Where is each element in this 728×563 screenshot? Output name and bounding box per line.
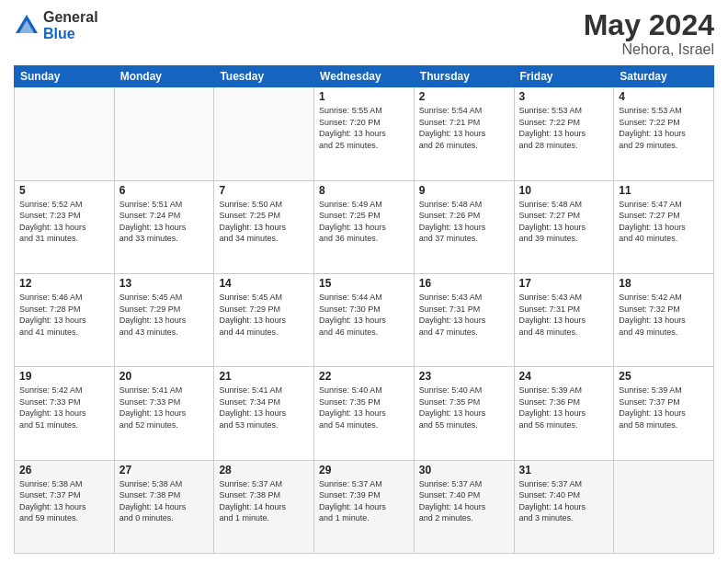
calendar-cell: 5Sunrise: 5:52 AMSunset: 7:23 PMDaylight…	[15, 180, 115, 273]
day-info: Sunrise: 5:37 AMSunset: 7:40 PMDaylight:…	[519, 478, 609, 524]
day-info: Sunrise: 5:54 AMSunset: 7:21 PMDaylight:…	[419, 105, 509, 151]
day-number: 25	[619, 370, 709, 383]
logo: General Blue	[14, 9, 98, 41]
day-info: Sunrise: 5:46 AMSunset: 7:28 PMDaylight:…	[19, 292, 109, 338]
day-info: Sunrise: 5:45 AMSunset: 7:29 PMDaylight:…	[219, 292, 309, 338]
day-number: 28	[219, 464, 309, 477]
day-number: 1	[319, 90, 409, 103]
calendar-cell	[214, 87, 314, 180]
day-number: 18	[619, 277, 709, 290]
day-number: 24	[519, 370, 609, 383]
day-info: Sunrise: 5:55 AMSunset: 7:20 PMDaylight:…	[319, 105, 409, 151]
calendar-cell: 17Sunrise: 5:43 AMSunset: 7:31 PMDayligh…	[514, 273, 614, 366]
month-title: May 2024	[584, 9, 714, 41]
day-info: Sunrise: 5:39 AMSunset: 7:37 PMDaylight:…	[619, 385, 709, 431]
calendar-cell: 22Sunrise: 5:40 AMSunset: 7:35 PMDayligh…	[314, 367, 415, 460]
calendar-cell: 11Sunrise: 5:47 AMSunset: 7:27 PMDayligh…	[614, 180, 714, 273]
day-number: 29	[319, 464, 409, 477]
day-info: Sunrise: 5:40 AMSunset: 7:35 PMDaylight:…	[319, 385, 409, 431]
day-number: 27	[119, 464, 210, 477]
calendar-week-row-3: 12Sunrise: 5:46 AMSunset: 7:28 PMDayligh…	[15, 273, 714, 366]
page: General Blue May 2024 Nehora, Israel Sun…	[0, 0, 728, 563]
day-number: 3	[519, 90, 609, 103]
day-number: 19	[19, 370, 109, 383]
day-info: Sunrise: 5:50 AMSunset: 7:25 PMDaylight:…	[219, 199, 309, 245]
calendar-cell	[15, 87, 115, 180]
day-number: 20	[119, 370, 210, 383]
calendar-cell	[614, 460, 714, 553]
calendar-cell: 25Sunrise: 5:39 AMSunset: 7:37 PMDayligh…	[614, 367, 714, 460]
calendar-cell: 21Sunrise: 5:41 AMSunset: 7:34 PMDayligh…	[214, 367, 314, 460]
day-number: 12	[19, 277, 109, 290]
day-info: Sunrise: 5:53 AMSunset: 7:22 PMDaylight:…	[619, 105, 709, 151]
calendar-cell: 20Sunrise: 5:41 AMSunset: 7:33 PMDayligh…	[114, 367, 214, 460]
day-number: 13	[119, 277, 210, 290]
day-info: Sunrise: 5:38 AMSunset: 7:38 PMDaylight:…	[119, 478, 210, 524]
calendar-cell: 30Sunrise: 5:37 AMSunset: 7:40 PMDayligh…	[414, 460, 514, 553]
day-info: Sunrise: 5:43 AMSunset: 7:31 PMDaylight:…	[419, 292, 509, 338]
location: Nehora, Israel	[584, 41, 714, 58]
calendar-cell: 31Sunrise: 5:37 AMSunset: 7:40 PMDayligh…	[514, 460, 614, 553]
calendar-cell: 28Sunrise: 5:37 AMSunset: 7:38 PMDayligh…	[214, 460, 314, 553]
header: General Blue May 2024 Nehora, Israel	[14, 9, 714, 58]
col-tuesday: Tuesday	[214, 66, 314, 87]
day-info: Sunrise: 5:38 AMSunset: 7:37 PMDaylight:…	[19, 478, 109, 524]
calendar-week-row-1: 1Sunrise: 5:55 AMSunset: 7:20 PMDaylight…	[15, 87, 714, 180]
col-saturday: Saturday	[614, 66, 714, 87]
day-number: 31	[519, 464, 609, 477]
day-info: Sunrise: 5:37 AMSunset: 7:40 PMDaylight:…	[419, 478, 509, 524]
day-number: 14	[219, 277, 309, 290]
calendar-cell: 24Sunrise: 5:39 AMSunset: 7:36 PMDayligh…	[514, 367, 614, 460]
calendar-cell: 13Sunrise: 5:45 AMSunset: 7:29 PMDayligh…	[114, 273, 214, 366]
day-info: Sunrise: 5:43 AMSunset: 7:31 PMDaylight:…	[519, 292, 609, 338]
day-info: Sunrise: 5:45 AMSunset: 7:29 PMDaylight:…	[119, 292, 210, 338]
title-block: May 2024 Nehora, Israel	[584, 9, 714, 58]
day-number: 23	[419, 370, 509, 383]
calendar-cell: 15Sunrise: 5:44 AMSunset: 7:30 PMDayligh…	[314, 273, 415, 366]
day-number: 11	[619, 184, 709, 197]
day-number: 6	[119, 184, 210, 197]
calendar-cell: 2Sunrise: 5:54 AMSunset: 7:21 PMDaylight…	[414, 87, 514, 180]
day-info: Sunrise: 5:44 AMSunset: 7:30 PMDaylight:…	[319, 292, 409, 338]
day-info: Sunrise: 5:48 AMSunset: 7:26 PMDaylight:…	[419, 199, 509, 245]
calendar-cell: 3Sunrise: 5:53 AMSunset: 7:22 PMDaylight…	[514, 87, 614, 180]
logo-blue-text: Blue	[43, 26, 98, 42]
calendar-cell: 8Sunrise: 5:49 AMSunset: 7:25 PMDaylight…	[314, 180, 415, 273]
day-info: Sunrise: 5:37 AMSunset: 7:39 PMDaylight:…	[319, 478, 409, 524]
calendar-cell: 1Sunrise: 5:55 AMSunset: 7:20 PMDaylight…	[314, 87, 415, 180]
calendar-cell: 6Sunrise: 5:51 AMSunset: 7:24 PMDaylight…	[114, 180, 214, 273]
day-info: Sunrise: 5:52 AMSunset: 7:23 PMDaylight:…	[19, 199, 109, 245]
calendar-cell: 16Sunrise: 5:43 AMSunset: 7:31 PMDayligh…	[414, 273, 514, 366]
day-info: Sunrise: 5:49 AMSunset: 7:25 PMDaylight:…	[319, 199, 409, 245]
day-number: 16	[419, 277, 509, 290]
calendar-week-row-5: 26Sunrise: 5:38 AMSunset: 7:37 PMDayligh…	[15, 460, 714, 553]
calendar-cell: 7Sunrise: 5:50 AMSunset: 7:25 PMDaylight…	[214, 180, 314, 273]
day-info: Sunrise: 5:47 AMSunset: 7:27 PMDaylight:…	[619, 199, 709, 245]
day-number: 5	[19, 184, 109, 197]
col-wednesday: Wednesday	[314, 66, 415, 87]
calendar-header-row: Sunday Monday Tuesday Wednesday Thursday…	[15, 66, 714, 87]
day-number: 8	[319, 184, 409, 197]
col-friday: Friday	[514, 66, 614, 87]
day-info: Sunrise: 5:40 AMSunset: 7:35 PMDaylight:…	[419, 385, 509, 431]
day-info: Sunrise: 5:53 AMSunset: 7:22 PMDaylight:…	[519, 105, 609, 151]
day-info: Sunrise: 5:42 AMSunset: 7:33 PMDaylight:…	[19, 385, 109, 431]
day-info: Sunrise: 5:51 AMSunset: 7:24 PMDaylight:…	[119, 199, 210, 245]
calendar-week-row-4: 19Sunrise: 5:42 AMSunset: 7:33 PMDayligh…	[15, 367, 714, 460]
day-number: 7	[219, 184, 309, 197]
calendar-table: Sunday Monday Tuesday Wednesday Thursday…	[14, 65, 714, 554]
day-number: 4	[619, 90, 709, 103]
day-number: 10	[519, 184, 609, 197]
day-info: Sunrise: 5:42 AMSunset: 7:32 PMDaylight:…	[619, 292, 709, 338]
day-number: 17	[519, 277, 609, 290]
day-info: Sunrise: 5:37 AMSunset: 7:38 PMDaylight:…	[219, 478, 309, 524]
calendar-cell: 10Sunrise: 5:48 AMSunset: 7:27 PMDayligh…	[514, 180, 614, 273]
calendar-cell	[114, 87, 214, 180]
day-number: 15	[319, 277, 409, 290]
calendar-cell: 14Sunrise: 5:45 AMSunset: 7:29 PMDayligh…	[214, 273, 314, 366]
calendar-week-row-2: 5Sunrise: 5:52 AMSunset: 7:23 PMDaylight…	[15, 180, 714, 273]
logo-general-text: General	[43, 9, 98, 26]
day-info: Sunrise: 5:41 AMSunset: 7:33 PMDaylight:…	[119, 385, 210, 431]
day-number: 30	[419, 464, 509, 477]
calendar-cell: 18Sunrise: 5:42 AMSunset: 7:32 PMDayligh…	[614, 273, 714, 366]
